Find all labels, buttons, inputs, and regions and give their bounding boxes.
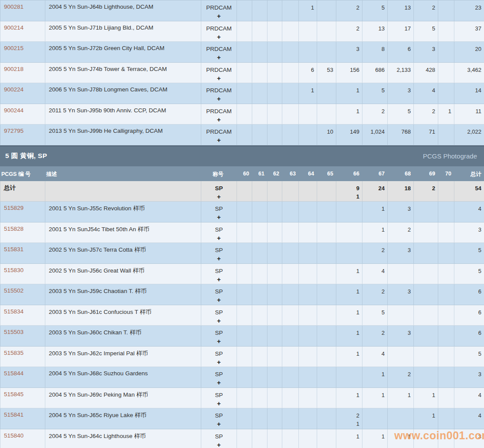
grade-70-cell (438, 326, 454, 347)
grade-67-cell: 2 (362, 326, 388, 347)
table-row: 5155032003 5 Yn Sun-J60c Chikan T. 样币SP+… (0, 326, 484, 347)
grade-64-cell: 1 (299, 0, 317, 21)
grade-67-cell: 1 (362, 222, 388, 243)
grade-61-cell (252, 284, 267, 305)
grade-61-cell (252, 62, 267, 83)
pcgs-number-link[interactable]: 515840 (0, 429, 45, 448)
grade-67-cell: 2 (362, 284, 388, 305)
designation-label: PRDCAM (202, 107, 236, 115)
grade-65-cell (317, 326, 336, 347)
grade-67-cell: 1 (362, 367, 388, 388)
grade-60-cell (237, 181, 252, 202)
grade-70-cell (438, 429, 454, 448)
table-row: 5158342003 5 Yn Sun-J61c Confucious T 样币… (0, 305, 484, 326)
grade-70-cell (438, 263, 454, 284)
header-grade-69: 69 (414, 166, 438, 181)
grade-60-cell (237, 326, 252, 347)
grade-65-cell (317, 42, 336, 63)
grade-64-cell (299, 305, 317, 326)
header-grade-64: 64 (299, 166, 317, 181)
total-cell: 5 (454, 243, 484, 264)
grade-68-cell (388, 346, 414, 367)
designation-label: SP (202, 267, 236, 275)
pcgs-number-link[interactable]: 900224 (0, 83, 45, 104)
column-header-row: PCGS 编 号 描述 称号 60 61 62 63 64 65 66 67 6… (0, 166, 484, 181)
pcgs-number-link[interactable]: 515831 (0, 243, 45, 264)
pop-table-top: 9002812004 5 Yn Sun-J64b Lighthouse, DCA… (0, 0, 484, 145)
grade-65-cell (317, 346, 336, 367)
grade-65-cell: 10 (317, 125, 336, 145)
pcgs-number-link[interactable]: 515844 (0, 367, 45, 388)
grade-61-cell (252, 263, 267, 284)
grade-68-cell (388, 408, 414, 429)
grade-66-cell: 1 (336, 326, 362, 347)
plus-designation: + (202, 33, 236, 41)
designation-cell: PRDCAM+ (201, 21, 237, 42)
pcgs-number-link[interactable]: 515835 (0, 346, 45, 367)
grade-60-cell (237, 62, 252, 83)
pcgs-number-link[interactable]: 515502 (0, 284, 45, 305)
photograde-link[interactable]: PCGS Photograde (423, 152, 477, 160)
grade-68-cell: 3 (388, 83, 414, 104)
designation-label: SP (202, 287, 236, 296)
plus-designation: + (202, 192, 236, 201)
plus-designation: + (202, 296, 236, 304)
designation-cell: SP+ (201, 326, 237, 347)
table-row: 5158352003 5 Yn Sun-J62c Imperial Pal 样币… (0, 346, 484, 367)
pcgs-number-link[interactable]: 900244 (0, 104, 45, 125)
grade-64-cell (299, 367, 317, 388)
grade-62-cell (267, 408, 282, 429)
pcgs-number-link[interactable]: 900281 (0, 0, 45, 21)
grade-65-cell (317, 202, 336, 222)
grade-62-cell (267, 305, 282, 326)
grade-66-cell: 1 (336, 305, 362, 326)
grade-66-cell: 1 (336, 284, 362, 305)
pcgs-number-link[interactable]: 515834 (0, 305, 45, 326)
coin-description: 2004 5 Yn Sun-J69c Peking Man 样币 (45, 387, 201, 408)
grade-60-cell (237, 367, 252, 388)
grade-64-cell (299, 284, 317, 305)
coin-description: 2001 5 Yn Sun-J55c Revolution 样币 (45, 202, 201, 222)
header-grade-61: 61 (252, 166, 267, 181)
plus-designation: + (202, 317, 236, 325)
pcgs-number-link[interactable]: 515830 (0, 263, 45, 284)
grade-70-cell (438, 181, 454, 202)
grade-66-cell (336, 222, 362, 243)
header-total: 总计 (454, 166, 484, 181)
grade-70-cell (438, 62, 454, 83)
grade-62-cell (267, 104, 282, 125)
grade-60-cell (237, 0, 252, 21)
pcgs-number-link[interactable]: 900215 (0, 42, 45, 63)
pcgs-number-link[interactable]: 515845 (0, 387, 45, 408)
designation-cell: SP+ (201, 243, 237, 264)
designation-cell: SP+ (201, 263, 237, 284)
pcgs-number-link[interactable]: 900214 (0, 21, 45, 42)
pcgs-number-link[interactable]: 972795 (0, 125, 45, 145)
grade-61-cell (252, 367, 267, 388)
grade-65-cell (317, 83, 336, 104)
grade-60-cell (237, 263, 252, 284)
grade-62-cell (267, 125, 282, 145)
grade-70-cell: 1 (438, 104, 454, 125)
pcgs-number-link[interactable]: 900218 (0, 62, 45, 83)
designation-cell: SP+ (201, 429, 237, 448)
pcgs-number-link[interactable]: 515841 (0, 408, 45, 429)
grade-66-cell (336, 202, 362, 222)
grade-65-cell (317, 284, 336, 305)
pcgs-number-link[interactable]: 515828 (0, 222, 45, 243)
pcgs-number-link[interactable]: 515503 (0, 326, 45, 347)
grade-69-cell: 2 (414, 104, 438, 125)
grade-64-cell (299, 202, 317, 222)
grade-66-cell: 1 (336, 387, 362, 408)
grade-63-cell (282, 83, 299, 104)
plus-designation: + (202, 234, 236, 243)
grade-70-cell (438, 305, 454, 326)
pcgs-number-link[interactable]: 515829 (0, 202, 45, 222)
grade-60-cell (237, 429, 252, 448)
table-row: 5158452004 5 Yn Sun-J69c Peking Man 样币SP… (0, 387, 484, 408)
grade-68-cell: 18 (388, 181, 414, 202)
grade-60-cell (237, 21, 252, 42)
grade-62-cell (267, 367, 282, 388)
grade-60-cell (237, 346, 252, 367)
grade-61-cell (252, 222, 267, 243)
